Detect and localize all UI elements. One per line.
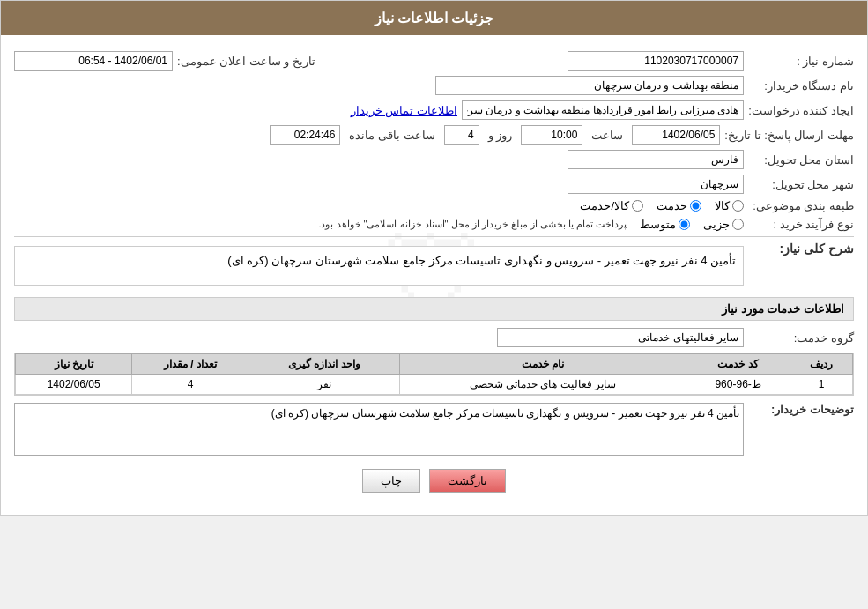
- col-code: کد خدمت: [686, 354, 790, 375]
- radio-kala[interactable]: [732, 200, 744, 212]
- services-table: ردیف کد خدمت نام خدمت واحد اندازه گیری ت…: [15, 353, 853, 395]
- cell-unit: نفر: [249, 375, 399, 395]
- category-option-khedmat[interactable]: خدمت: [657, 199, 701, 212]
- city-input[interactable]: [568, 175, 744, 194]
- col-row: ردیف: [790, 354, 853, 375]
- creator-label: ایجاد کننده درخواست:: [748, 104, 854, 117]
- buyer-desc-label: توضیحات خریدار:: [748, 403, 854, 416]
- purchase-type-motavasset[interactable]: متوسط: [640, 218, 690, 231]
- cell-code: ط-96-960: [686, 375, 790, 395]
- deadline-label: مهلت ارسال پاسخ: تا تاریخ:: [724, 129, 854, 142]
- category-radio-group: کالا خدمت کالا/خدمت: [580, 199, 744, 212]
- deadline-remaining-input[interactable]: [270, 125, 340, 145]
- table-row: 1 ط-96-960 سایر فعالیت های خدماتی شخصی ن…: [16, 375, 853, 395]
- announce-label: تاریخ و ساعت اعلان عمومی:: [177, 55, 315, 68]
- purchase-type-note: پرداخت تمام یا بخشی از مبلغ خریدار از مح…: [318, 219, 627, 230]
- creator-input[interactable]: [462, 100, 744, 120]
- description-label: شرح کلی نیاز:: [748, 241, 854, 256]
- description-text: تأمین 4 نفر نیرو جهت تعمیر - سرویس و نگه…: [227, 254, 736, 267]
- col-unit: واحد اندازه گیری: [249, 354, 399, 375]
- category-label: طبقه بندی موضوعی:: [748, 199, 854, 212]
- days-label: روز و: [484, 127, 517, 144]
- deadline-date-input[interactable]: [632, 125, 720, 145]
- purchase-type-radio-group: جزیی متوسط: [640, 218, 744, 231]
- service-group-label: گروه خدمت:: [748, 331, 854, 345]
- col-name: نام خدمت: [400, 354, 686, 375]
- deadline-time-input[interactable]: [521, 125, 582, 145]
- radio-kala-khedmat[interactable]: [632, 200, 643, 212]
- print-button[interactable]: چاپ: [362, 469, 420, 493]
- purchase-type-label: نوع فرآیند خرید :: [748, 218, 854, 231]
- service-group-input[interactable]: [497, 328, 744, 347]
- buyer-org-label: نام دستگاه خریدار:: [748, 79, 854, 93]
- province-label: استان محل تحویل:: [748, 153, 854, 167]
- radio-khedmat-label: خدمت: [657, 199, 687, 212]
- radio-motavasset[interactable]: [679, 219, 690, 230]
- province-input[interactable]: [568, 150, 744, 169]
- services-table-container: ردیف کد خدمت نام خدمت واحد اندازه گیری ت…: [14, 353, 854, 396]
- col-date: تاریخ نیاز: [16, 354, 132, 375]
- remaining-label: ساعت باقی مانده: [345, 127, 439, 144]
- announce-input[interactable]: [14, 51, 173, 71]
- radio-kala-label: کالا: [715, 199, 730, 212]
- button-row: بازگشت چاپ: [14, 469, 854, 493]
- purchase-type-jozii[interactable]: جزیی: [703, 218, 744, 231]
- time-label: ساعت: [587, 127, 627, 144]
- radio-kala-khedmat-label: کالا/خدمت: [580, 199, 629, 212]
- cell-row: 1: [790, 375, 853, 395]
- cell-name: سایر فعالیت های خدماتی شخصی: [400, 375, 686, 395]
- col-qty: تعداد / مقدار: [132, 354, 249, 375]
- description-box: تأمین 4 نفر نیرو جهت تعمیر - سرویس و نگه…: [14, 246, 744, 286]
- radio-khedmat[interactable]: [690, 200, 701, 212]
- page-header: جزئیات اطلاعات نیاز: [1, 1, 867, 35]
- city-label: شهر محل تحویل:: [748, 178, 854, 191]
- cell-qty: 4: [132, 375, 249, 395]
- category-option-kala[interactable]: کالا: [715, 199, 744, 212]
- buyer-org-input[interactable]: [435, 76, 744, 95]
- radio-jozii-label: جزیی: [703, 218, 730, 231]
- category-option-kala-khedmat[interactable]: کالا/خدمت: [580, 199, 643, 212]
- deadline-days-input[interactable]: [444, 125, 479, 145]
- services-section-title: اطلاعات خدمات مورد نیاز: [14, 297, 854, 321]
- back-button[interactable]: بازگشت: [429, 469, 506, 493]
- need-number-label: شماره نیاز :: [748, 55, 854, 68]
- radio-jozii[interactable]: [732, 219, 744, 230]
- buyer-desc-textarea[interactable]: [14, 403, 744, 456]
- cell-date: 1402/06/05: [16, 375, 132, 395]
- radio-motavasset-label: متوسط: [640, 218, 676, 231]
- contact-link[interactable]: اطلاعات تماس خریدار: [351, 104, 457, 117]
- page-title: جزئیات اطلاعات نیاز: [375, 11, 494, 26]
- need-number-input[interactable]: [568, 51, 744, 71]
